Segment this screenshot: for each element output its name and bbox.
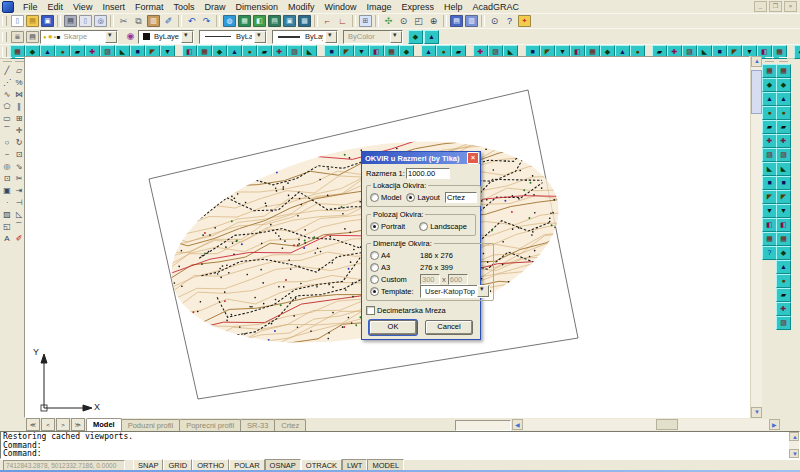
tab-crtez[interactable]: Crtez xyxy=(274,419,306,431)
cancel-button[interactable]: Cancel xyxy=(425,320,473,335)
copy-button[interactable]: ⧉ xyxy=(131,15,146,28)
open-button[interactable]: ▤ xyxy=(25,15,40,28)
chevron-down-icon[interactable] xyxy=(325,31,337,43)
command-window[interactable]: Restoring cached viewports.Command:Comma… xyxy=(0,431,800,459)
canvas-vertical-scrollbar[interactable] xyxy=(750,56,762,418)
menu-acadgrac[interactable]: AcadGRAC xyxy=(468,1,525,13)
layer-translate-button[interactable]: ▩ xyxy=(297,15,312,28)
grac-side-outer-12-button[interactable]: ◧ xyxy=(776,218,791,232)
a3-radio[interactable] xyxy=(370,263,379,272)
menu-draw[interactable]: Draw xyxy=(199,1,230,13)
landscape-radio[interactable] xyxy=(419,222,428,231)
canvas-horizontal-scrollbar[interactable] xyxy=(523,419,769,430)
zoom-realtime-button[interactable]: ⊙ xyxy=(396,15,411,28)
minimize-icon[interactable]: _ xyxy=(754,1,767,12)
grac-side-outer-13-button[interactable]: ▦ xyxy=(776,232,791,246)
mtext-button[interactable]: A xyxy=(1,232,13,244)
menu-format[interactable]: Format xyxy=(130,1,169,13)
construction-line-button[interactable]: ⋰ xyxy=(1,76,13,88)
a4-radio[interactable] xyxy=(370,251,379,260)
paste-button[interactable]: ▥ xyxy=(146,15,161,28)
dialog-titlebar[interactable]: OKVIR u Razmeri (by Tika) × xyxy=(362,152,480,164)
scroll-right-icon[interactable] xyxy=(769,419,780,430)
menu-dimension[interactable]: Dimension xyxy=(230,1,283,13)
grac-side-outer-15-button[interactable]: ▲ xyxy=(776,260,791,274)
toolbar-grip[interactable] xyxy=(2,47,7,57)
grac-side-inner-6-button[interactable]: ✚ xyxy=(762,134,777,148)
point-button[interactable]: ∙ xyxy=(1,196,13,208)
layer-properties-manager-button[interactable]: ≣ xyxy=(10,30,25,43)
grac-side-outer-19-button[interactable]: ▨ xyxy=(776,316,791,330)
tab-model[interactable]: Model xyxy=(86,418,122,431)
menu-modify[interactable]: Modify xyxy=(283,1,320,13)
grac-side-outer-9-button[interactable]: ■ xyxy=(776,176,791,190)
chevron-down-icon[interactable] xyxy=(477,285,489,297)
print-preview-button[interactable]: ▯ xyxy=(78,15,93,28)
toolbar-grip[interactable] xyxy=(2,32,7,42)
snap-from-button[interactable]: ∟ xyxy=(335,15,350,28)
match-properties-button[interactable]: ✐ xyxy=(161,15,176,28)
tab-poprecni-profil[interactable]: Poprecni profil xyxy=(179,419,241,431)
zoom-tool-button[interactable]: ⊙ xyxy=(487,15,502,28)
grac-side-inner-10-button[interactable]: ◤ xyxy=(762,190,777,204)
line-button[interactable]: ╱ xyxy=(1,64,13,76)
lineweight-select[interactable]: ByLayer xyxy=(272,30,338,44)
menu-help[interactable]: Help xyxy=(439,1,468,13)
grac-side-outer-16-button[interactable]: ● xyxy=(776,274,791,288)
horizontal-scroll-thumb[interactable] xyxy=(656,419,678,430)
grac-side-inner-13-button[interactable]: ▦ xyxy=(762,232,777,246)
region-button[interactable]: ◱ xyxy=(1,220,13,232)
toolbars-b-button[interactable]: ◧ xyxy=(252,15,267,28)
layout-radio[interactable] xyxy=(406,193,415,202)
close-icon[interactable]: × xyxy=(467,152,479,164)
designcenter-button[interactable]: ▥ xyxy=(464,15,479,28)
grac-side-inner-2-button[interactable]: ◆ xyxy=(762,78,777,92)
insert-block-button[interactable]: ⊡ xyxy=(1,172,13,184)
toolbar-grip[interactable] xyxy=(2,16,7,26)
zoom-window-button[interactable]: ◰ xyxy=(411,15,426,28)
ok-button[interactable]: OK xyxy=(369,320,417,335)
layer-select[interactable]: ●✹▪■ Skarpe xyxy=(40,30,118,44)
decimeter-grid-checkbox[interactable] xyxy=(366,306,375,315)
menu-express[interactable]: Express xyxy=(397,1,440,13)
color-select[interactable]: ByLayer xyxy=(138,30,194,44)
chevron-down-icon[interactable] xyxy=(105,31,117,43)
grac-side-inner-9-button[interactable]: ■ xyxy=(762,176,777,190)
chevron-down-icon[interactable] xyxy=(181,31,193,43)
grac-side-outer-5-button[interactable]: ▰ xyxy=(776,120,791,134)
layer-states-button[interactable]: ▤ xyxy=(25,30,40,43)
scroll-left-icon[interactable] xyxy=(512,419,523,430)
save-button[interactable]: ▣ xyxy=(40,15,55,28)
grac-side-inner-1-button[interactable]: ▦ xyxy=(762,64,777,78)
vertical-scroll-thumb[interactable] xyxy=(751,70,762,114)
toolbar-grip[interactable] xyxy=(15,57,24,62)
grac-side-outer-6-button[interactable]: ✚ xyxy=(776,134,791,148)
menu-window[interactable]: Window xyxy=(320,1,362,13)
print-button[interactable]: ▤ xyxy=(63,15,78,28)
scroll-up-icon[interactable] xyxy=(751,56,762,67)
scale-input[interactable] xyxy=(406,168,450,179)
menu-file[interactable]: File xyxy=(18,1,43,13)
undo-button[interactable]: ↶ xyxy=(184,15,199,28)
grac-side-inner-8-button[interactable]: ◣ xyxy=(762,162,777,176)
grac-side-inner-5-button[interactable]: ▰ xyxy=(762,120,777,134)
tab-splitter[interactable] xyxy=(455,420,511,431)
new-button[interactable]: ▯ xyxy=(10,15,25,28)
close-window-icon[interactable]: × xyxy=(784,1,797,12)
plot-preview-button[interactable]: ◎ xyxy=(93,15,108,28)
grac-side-outer-2-button[interactable]: ◆ xyxy=(776,78,791,92)
tab-nav-first-icon[interactable]: ≪ xyxy=(26,418,40,431)
grac-quick-1-button[interactable]: ◆ xyxy=(408,30,423,44)
grac-side-outer-18-button[interactable]: ✚ xyxy=(776,302,791,316)
hatch-button[interactable]: ▨ xyxy=(1,208,13,220)
app-icon[interactable] xyxy=(2,1,14,13)
polyline-button[interactable]: ∿ xyxy=(1,88,13,100)
hyperlink-button[interactable]: ◍ xyxy=(222,15,237,28)
menu-insert[interactable]: Insert xyxy=(97,1,130,13)
grac-side-inner-11-button[interactable]: ▼ xyxy=(762,204,777,218)
grac-side-inner-7-button[interactable]: ▨ xyxy=(762,148,777,162)
grac-side-outer-1-button[interactable]: ▦ xyxy=(776,64,791,78)
rectangle-button[interactable]: ▭ xyxy=(1,112,13,124)
toolbars-a-button[interactable]: ▦ xyxy=(237,15,252,28)
spline-button[interactable]: ~ xyxy=(1,148,13,160)
